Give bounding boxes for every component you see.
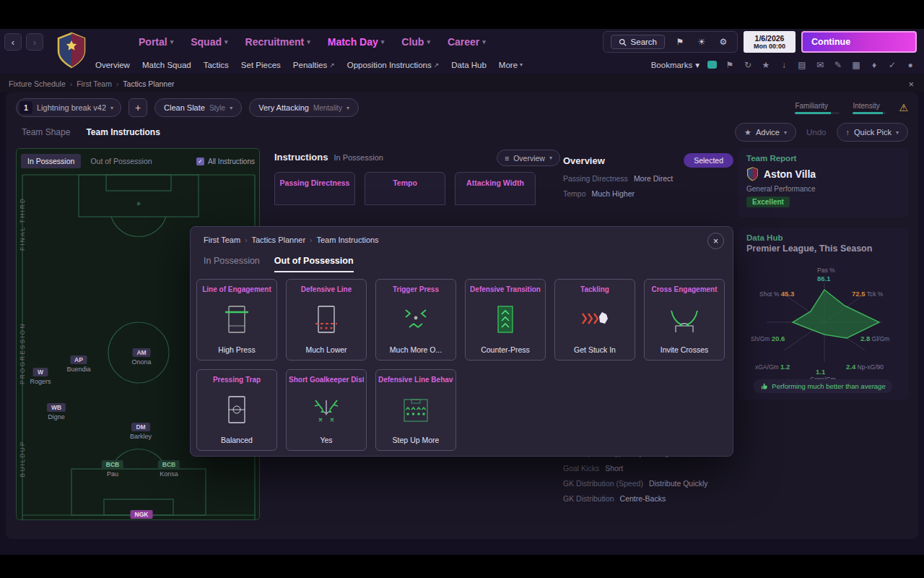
pitch-in-possession-toggle[interactable]: In Possession xyxy=(21,154,81,168)
mentality-select[interactable]: Very Attacking Mentality ▾ xyxy=(249,98,359,117)
tab-team-shape[interactable]: Team Shape xyxy=(22,127,70,137)
quick-pick-button[interactable]: ↑ Quick Pick ▾ xyxy=(837,123,908,142)
bookmarks-dropdown[interactable]: Bookmarks▾ xyxy=(651,60,699,70)
chevron-down-icon: ▾ xyxy=(549,155,552,161)
warning-icon[interactable]: ⚠ xyxy=(899,102,908,113)
overview-title: Overview xyxy=(563,155,605,166)
menu-portal[interactable]: Portal▾ xyxy=(139,36,173,48)
suggestions-icon[interactable]: ☀ xyxy=(695,37,708,47)
calendar-icon[interactable]: ● xyxy=(905,60,915,70)
pitch-out-of-possession-toggle[interactable]: Out of Possession xyxy=(84,154,158,168)
dialog-tab-out-of-possession[interactable]: Out of Possession xyxy=(274,256,354,272)
instruction-card-cross-engagement[interactable]: Cross Engagement Invite Crosses xyxy=(644,279,725,361)
instruction-card-trigger-press[interactable]: Trigger Press Much More O... xyxy=(375,279,456,361)
radar-value: 2.4 xyxy=(846,363,855,371)
style-select[interactable]: Clean Slate Style ▾ xyxy=(154,98,242,117)
subnav-overview[interactable]: Overview xyxy=(95,61,130,69)
subnav-penalties[interactable]: Penalties↗ xyxy=(293,61,335,69)
up-arrow-icon: ↑ xyxy=(846,128,850,137)
overview-summary: Overview Selected Passing DirectnessMore… xyxy=(563,153,733,198)
header-right: Search ⚑ ☀ ⚙ 1/6/2026 Mon 00:00 Continue xyxy=(603,29,917,55)
instruction-card-pressing-trap[interactable]: Pressing Trap Balanced xyxy=(196,369,277,451)
view-mode-select[interactable]: ≡ Overview ▾ xyxy=(497,150,560,166)
crumb-tactics-planner[interactable]: Tactics Planner xyxy=(251,236,305,244)
trophy-icon[interactable]: ★ xyxy=(761,60,771,70)
subnav-tactics[interactable]: Tactics xyxy=(204,61,229,69)
forward-button[interactable]: › xyxy=(26,33,43,51)
add-tactic-button[interactable]: + xyxy=(128,98,147,117)
dialog-tab-in-possession[interactable]: In Possession xyxy=(204,256,260,272)
tab-team-instructions[interactable]: Team Instructions xyxy=(86,127,160,137)
player-buendia[interactable]: APBuendia xyxy=(66,355,90,373)
crumb-first-team[interactable]: First Team xyxy=(77,79,112,88)
search-button[interactable]: Search xyxy=(611,35,665,49)
instruction-card-defensive-line-behaviour[interactable]: Defensive Line Behavio Step Up More xyxy=(375,369,456,451)
instruction-card-defensive-line[interactable]: Defensive Line Much Lower xyxy=(286,279,367,361)
breadcrumb-sep-icon: › xyxy=(245,236,247,244)
club-crest[interactable] xyxy=(56,32,87,69)
download-icon[interactable]: ↓ xyxy=(779,60,789,70)
player-onona[interactable]: AMOnona xyxy=(131,348,151,366)
app-window: ‹ › Portal▾ Squad▾ Recruitment▾ Match Da… xyxy=(0,29,924,555)
subnav-match-squad[interactable]: Match Squad xyxy=(142,61,191,69)
report-icon[interactable]: ▤ xyxy=(797,60,807,70)
summary-row: GK DistributionCentre-Backs xyxy=(563,494,733,503)
all-instructions-toggle[interactable]: ✓ All Instructions xyxy=(196,158,255,165)
letterbox-bar xyxy=(0,555,924,578)
tactic-number: 1 xyxy=(19,101,32,114)
mail-icon[interactable]: ✉ xyxy=(815,60,825,70)
menu-club[interactable]: Club▾ xyxy=(401,36,430,48)
continue-button[interactable]: Continue xyxy=(801,31,917,53)
player-konsa[interactable]: BCBKonsa xyxy=(158,460,180,478)
menu-recruitment[interactable]: Recruitment▾ xyxy=(245,36,310,48)
instruction-tab-attacking-width[interactable]: Attacking Width xyxy=(455,172,536,205)
notes-icon[interactable]: ✎ xyxy=(833,60,843,70)
menu-career[interactable]: Career▾ xyxy=(448,36,486,48)
back-icon: ‹ xyxy=(12,37,14,48)
selected-button[interactable]: Selected xyxy=(684,153,733,168)
subnav-opposition-instructions[interactable]: Opposition Instructions↗ xyxy=(347,61,440,69)
subnav-data-hub[interactable]: Data Hub xyxy=(451,61,487,69)
instruction-card-defensive-transition[interactable]: Defensive Transition Counter-Press xyxy=(465,279,546,361)
settings-gear-icon[interactable]: ⚙ xyxy=(717,37,730,47)
instruction-tab-passing-directness[interactable]: Passing Directness xyxy=(274,172,355,205)
close-icon[interactable]: × xyxy=(908,79,914,90)
team-report-title: Team Report xyxy=(738,148,908,163)
chat-icon[interactable] xyxy=(707,61,717,69)
subnav-more[interactable]: More▾ xyxy=(499,61,523,69)
player-julif[interactable]: NGKJulif xyxy=(131,510,153,520)
defensive-line-behaviour-icon xyxy=(400,394,432,425)
dialog-close-button[interactable]: × xyxy=(707,233,724,249)
instruction-card-line-of-engagement[interactable]: Line of Engagement High Press xyxy=(196,279,277,361)
subnav-set-pieces[interactable]: Set Pieces xyxy=(241,61,281,69)
crumb-fixture-schedule[interactable]: Fixture Schedule xyxy=(9,79,66,88)
chevron-down-icon: ▾ xyxy=(110,105,113,111)
team-name[interactable]: Aston Villa xyxy=(764,168,816,180)
player-pau[interactable]: BCBPau xyxy=(102,460,123,478)
section-nav: Overview Match Squad Tactics Set Pieces … xyxy=(0,55,924,75)
transfers-icon[interactable]: ♦ xyxy=(869,60,879,70)
menu-squad[interactable]: Squad▾ xyxy=(191,36,227,48)
crumb-tactics-planner[interactable]: Tactics Planner xyxy=(123,79,174,88)
menu-match-day[interactable]: Match Day▾ xyxy=(328,36,385,48)
crumb-team-instructions[interactable]: Team Instructions xyxy=(316,236,378,244)
player-barkley[interactable]: DMBarkley xyxy=(130,423,152,440)
instruction-card-short-goalkeeper-distribution[interactable]: Short Goalkeeper Distr Yes xyxy=(286,369,367,451)
player-rogers[interactable]: WRogers xyxy=(30,368,51,385)
instruction-tab-tempo[interactable]: Tempo xyxy=(365,172,445,205)
tactic-select[interactable]: 1 Lightning break v42 ▾ xyxy=(16,98,121,117)
external-link-icon: ↗ xyxy=(329,61,335,69)
radar-axis-label: Shot % 45.3 xyxy=(759,290,794,298)
undo-button[interactable]: Undo xyxy=(806,128,827,137)
game-date[interactable]: 1/6/2026 Mon 00:00 xyxy=(744,31,796,53)
tasks-icon[interactable]: ✓ xyxy=(887,60,897,70)
player-digne[interactable]: WBDigne xyxy=(47,403,66,420)
advice-button[interactable]: ★ Advice ▾ xyxy=(735,123,796,142)
grid-icon[interactable]: ▦ xyxy=(851,60,861,70)
back-button[interactable]: ‹ xyxy=(4,33,22,51)
crumb-first-team[interactable]: First Team xyxy=(204,236,240,244)
instruction-card-tackling[interactable]: Tackling Get Stuck In xyxy=(554,279,635,361)
bookmark-icon[interactable]: ⚑ xyxy=(674,37,687,47)
flag-icon[interactable]: ⚑ xyxy=(725,60,735,70)
refresh-icon[interactable]: ↻ xyxy=(743,60,753,70)
